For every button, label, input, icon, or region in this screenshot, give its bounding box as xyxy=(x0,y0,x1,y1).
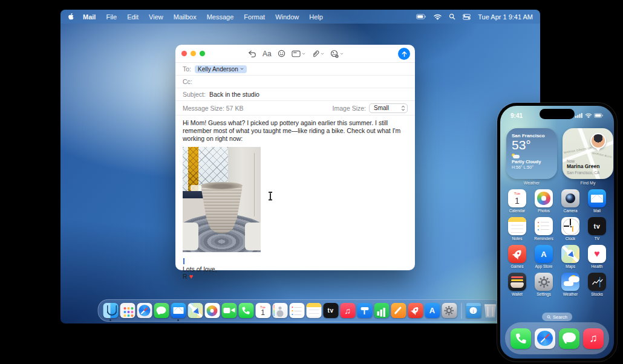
to-field[interactable]: To: Kelly Anderson xyxy=(175,63,415,76)
recipient-pill[interactable]: Kelly Anderson xyxy=(195,65,247,73)
phone-dock-safari[interactable] xyxy=(535,328,555,349)
menu-mail[interactable]: Mail xyxy=(83,13,96,21)
dock-downloads[interactable] xyxy=(466,303,481,318)
phone-icon xyxy=(510,328,531,349)
menu-clock[interactable]: Tue Apr 1 9:41 AM xyxy=(478,13,533,21)
send-button[interactable] xyxy=(398,48,410,60)
battery-icon[interactable] xyxy=(416,14,426,19)
menu-format[interactable]: Format xyxy=(244,13,265,21)
app-label: Reminders xyxy=(534,236,553,241)
dock-notes[interactable] xyxy=(306,303,321,318)
dock-games[interactable] xyxy=(408,303,423,318)
dock-messages[interactable] xyxy=(154,303,169,318)
dock-trash[interactable] xyxy=(483,303,498,318)
app-reminders[interactable]: Reminders xyxy=(532,217,556,241)
dock-pages[interactable] xyxy=(391,303,406,318)
wifi-icon xyxy=(585,113,592,118)
numbers-icon xyxy=(374,303,389,318)
dock-reminders[interactable] xyxy=(289,303,304,318)
phone-icon xyxy=(238,303,253,318)
dock-contacts[interactable] xyxy=(272,303,287,318)
wifi-icon[interactable] xyxy=(434,14,442,20)
dock-music[interactable] xyxy=(340,303,355,318)
pottery-photo[interactable] xyxy=(183,147,261,252)
weather-widget[interactable]: San Francisco 53° Partly Cloudy H:56° L:… xyxy=(506,128,557,179)
menu-view[interactable]: View xyxy=(149,13,163,21)
phone-dock-music[interactable] xyxy=(583,328,604,349)
app-stocks[interactable]: Stocks xyxy=(585,273,609,296)
menu-message[interactable]: Message xyxy=(207,13,234,21)
dock-phone[interactable] xyxy=(238,303,253,318)
attach-icon[interactable] xyxy=(312,50,324,57)
app-weather[interactable]: Weather xyxy=(558,273,582,296)
dock-facetime[interactable] xyxy=(221,303,236,318)
app-settings[interactable]: Settings xyxy=(532,273,556,296)
app-photos[interactable]: Photos xyxy=(532,189,556,213)
zoom-button[interactable] xyxy=(200,51,205,56)
apple-menu[interactable] xyxy=(68,13,74,21)
message-body[interactable]: Hi Mom! Guess what? I picked up pottery … xyxy=(175,115,415,284)
dock-keynote[interactable] xyxy=(357,303,372,318)
dock-finder[interactable] xyxy=(103,303,118,318)
messages-icon xyxy=(154,303,169,318)
calendar-day: 1 xyxy=(515,197,520,205)
cc-label: Cc: xyxy=(183,78,192,85)
spotlight-search-pill[interactable]: Search xyxy=(542,313,572,321)
app-label: Mail xyxy=(593,209,601,213)
dock-mail[interactable] xyxy=(171,303,186,318)
message-size: Message Size: 57 KB xyxy=(183,105,243,112)
app-maps[interactable]: Maps xyxy=(558,245,582,268)
stationery-icon[interactable] xyxy=(292,50,305,57)
app-notes[interactable]: Notes xyxy=(505,217,529,241)
to-label: To: xyxy=(183,65,191,73)
app-mail[interactable]: Mail xyxy=(585,189,609,213)
app-wallet[interactable]: Wallet xyxy=(505,273,529,296)
close-button[interactable] xyxy=(181,51,187,56)
safari-icon xyxy=(535,328,555,349)
dock-numbers[interactable] xyxy=(374,303,389,318)
format-icon[interactable]: Aa xyxy=(263,50,272,58)
minimize-button[interactable] xyxy=(191,51,196,56)
control-center-icon[interactable] xyxy=(463,14,471,20)
app-health[interactable]: Health xyxy=(585,245,609,268)
menu-mailbox[interactable]: Mailbox xyxy=(174,13,197,21)
menu-help[interactable]: Help xyxy=(309,13,323,21)
app-tv[interactable]: tvTV xyxy=(585,217,609,241)
menu-edit[interactable]: Edit xyxy=(127,13,139,21)
dock-maps[interactable] xyxy=(188,303,203,318)
running-indicator xyxy=(177,319,179,321)
keynote-icon xyxy=(357,303,372,318)
dock-appstore[interactable] xyxy=(425,303,440,318)
app-games[interactable]: Games xyxy=(505,245,529,268)
phone-dock-phone[interactable] xyxy=(510,328,531,349)
phone-dock-messages[interactable] xyxy=(559,328,579,349)
status-time: 9:41 xyxy=(510,112,523,119)
app-calendar[interactable]: Tue1Calendar xyxy=(505,189,529,213)
app-label: Photos xyxy=(538,209,550,213)
media-icon[interactable] xyxy=(330,50,344,58)
app-clock[interactable]: Clock xyxy=(558,217,582,241)
search-icon[interactable] xyxy=(449,13,455,20)
app-label: Camera xyxy=(563,209,577,213)
dock-launchpad[interactable] xyxy=(120,303,135,318)
menu-file[interactable]: File xyxy=(106,13,117,21)
compose-toolbar: Aa xyxy=(248,50,344,58)
dock-photos[interactable] xyxy=(204,303,220,318)
findmy-widget[interactable]: MARINA GREEN DR MARINA BLVD Now Marina G… xyxy=(563,128,613,179)
dock-tv[interactable]: tv xyxy=(323,303,338,318)
app-appstore[interactable]: App Store xyxy=(532,245,556,268)
send-arrow-icon xyxy=(401,51,408,57)
image-size-select[interactable]: Small xyxy=(369,103,408,113)
partly-cloudy-icon xyxy=(512,154,552,158)
emoji-icon[interactable] xyxy=(278,50,285,57)
dock-settings[interactable] xyxy=(442,303,457,318)
cc-field[interactable]: Cc: xyxy=(175,76,415,88)
subject-field[interactable]: Subject: Back in the studio xyxy=(175,88,415,101)
app-camera[interactable]: Camera xyxy=(558,189,582,213)
undo-icon[interactable] xyxy=(248,50,256,57)
menu-window[interactable]: Window xyxy=(275,13,299,21)
games-icon xyxy=(508,245,526,263)
dock-safari[interactable] xyxy=(137,303,152,318)
image-size-label: Image Size: xyxy=(333,105,366,112)
dock-calendar[interactable]: Tue1 xyxy=(255,303,270,318)
